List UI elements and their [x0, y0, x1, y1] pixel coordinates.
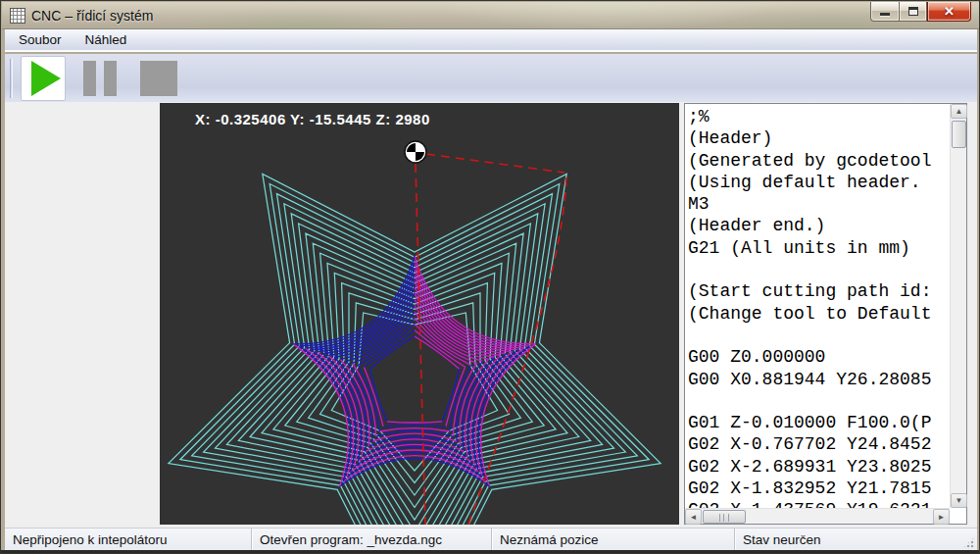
toolbar-grip[interactable] [10, 59, 13, 98]
window-controls: ✕ [870, 2, 971, 22]
maximize-button[interactable] [899, 2, 927, 22]
play-icon [31, 61, 61, 96]
maximize-icon [908, 7, 918, 16]
main-area: X: -0.325406 Y: -15.5445 Z: 2980 ;% (Hea… [5, 102, 977, 528]
vertical-scrollbar[interactable]: ▲ ▼ [950, 104, 966, 508]
pause-icon [83, 61, 96, 96]
close-icon: ✕ [944, 5, 955, 18]
app-window: CNC – řídicí systém ✕ Soubor Náhled X: -… [0, 0, 980, 554]
toolpath-viewport[interactable]: X: -0.325406 Y: -15.5445 Z: 2980 [160, 103, 679, 525]
position-readout: X: -0.325406 Y: -15.5445 Z: 2980 [195, 111, 430, 127]
scroll-left-icon[interactable]: ◄ [685, 509, 702, 525]
tool-position-marker [405, 141, 426, 163]
minimize-icon [880, 13, 890, 16]
menu-bar: Soubor Náhled [5, 29, 977, 52]
stop-button[interactable] [140, 61, 177, 96]
status-program: Otevřen program: _hvezda.ngc [251, 529, 491, 551]
menu-soubor[interactable]: Soubor [9, 29, 72, 50]
title-bar[interactable]: CNC – řídicí systém ✕ [2, 2, 979, 29]
window-title: CNC – řídicí systém [31, 8, 153, 24]
vertical-scroll-thumb[interactable] [952, 121, 966, 148]
horizontal-scroll-thumb[interactable] [703, 510, 746, 524]
toolpath-preview [160, 103, 679, 525]
app-icon [10, 8, 25, 24]
menu-nahled[interactable]: Náhled [75, 29, 137, 50]
scroll-right-icon[interactable]: ► [933, 509, 950, 525]
status-bar: Nepřipojeno k intepolátoru Otevřen progr… [5, 528, 977, 551]
gcode-textbox[interactable]: ;% (Header) (Generated by gcodetool (Usi… [688, 106, 949, 510]
status-position: Neznámá pozice [491, 529, 734, 551]
scroll-up-icon[interactable]: ▲ [951, 104, 967, 119]
status-connection: Nepřipojeno k intepolátoru [5, 529, 251, 551]
close-button[interactable]: ✕ [927, 2, 971, 22]
scroll-down-icon[interactable]: ▼ [951, 493, 967, 508]
horizontal-scrollbar[interactable]: ◄ ► [685, 508, 950, 524]
toolbar [5, 54, 977, 102]
window-bottom-edge [1, 550, 979, 553]
gcode-panel[interactable]: ;% (Header) (Generated by gcodetool (Usi… [684, 103, 967, 525]
resize-grip[interactable] [962, 536, 975, 549]
status-state: Stav neurčen [734, 529, 977, 551]
minimize-button[interactable] [870, 2, 899, 22]
run-button[interactable] [21, 56, 66, 101]
stop-icon [140, 61, 177, 96]
pause-button[interactable] [83, 61, 117, 96]
status-state-label: Stav neurčen [743, 532, 821, 547]
